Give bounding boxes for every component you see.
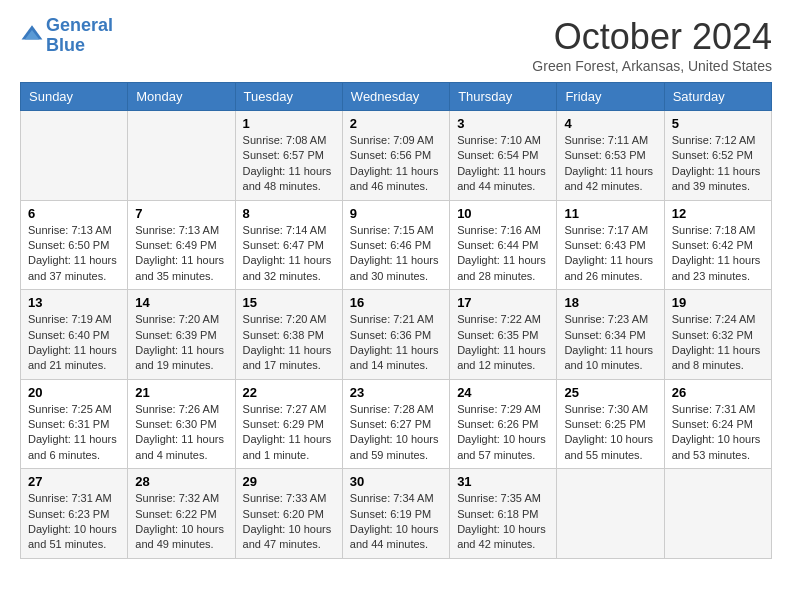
calendar-body: 1Sunrise: 7:08 AM Sunset: 6:57 PM Daylig… xyxy=(21,111,772,559)
calendar-cell: 16Sunrise: 7:21 AM Sunset: 6:36 PM Dayli… xyxy=(342,290,449,380)
day-number: 12 xyxy=(672,206,764,221)
day-info: Sunrise: 7:20 AM Sunset: 6:38 PM Dayligh… xyxy=(243,312,335,374)
day-info: Sunrise: 7:13 AM Sunset: 6:49 PM Dayligh… xyxy=(135,223,227,285)
day-number: 23 xyxy=(350,385,442,400)
day-number: 9 xyxy=(350,206,442,221)
week-row-1: 1Sunrise: 7:08 AM Sunset: 6:57 PM Daylig… xyxy=(21,111,772,201)
calendar-cell xyxy=(128,111,235,201)
calendar-cell: 29Sunrise: 7:33 AM Sunset: 6:20 PM Dayli… xyxy=(235,469,342,559)
day-info: Sunrise: 7:14 AM Sunset: 6:47 PM Dayligh… xyxy=(243,223,335,285)
day-info: Sunrise: 7:30 AM Sunset: 6:25 PM Dayligh… xyxy=(564,402,656,464)
calendar-cell: 28Sunrise: 7:32 AM Sunset: 6:22 PM Dayli… xyxy=(128,469,235,559)
calendar-cell: 23Sunrise: 7:28 AM Sunset: 6:27 PM Dayli… xyxy=(342,379,449,469)
logo-text-line1: General xyxy=(46,16,113,36)
day-number: 8 xyxy=(243,206,335,221)
day-number: 31 xyxy=(457,474,549,489)
calendar-cell xyxy=(557,469,664,559)
day-info: Sunrise: 7:23 AM Sunset: 6:34 PM Dayligh… xyxy=(564,312,656,374)
week-row-5: 27Sunrise: 7:31 AM Sunset: 6:23 PM Dayli… xyxy=(21,469,772,559)
day-number: 18 xyxy=(564,295,656,310)
day-info: Sunrise: 7:18 AM Sunset: 6:42 PM Dayligh… xyxy=(672,223,764,285)
day-number: 27 xyxy=(28,474,120,489)
logo-text-line2: Blue xyxy=(46,36,113,56)
day-number: 20 xyxy=(28,385,120,400)
logo: General Blue xyxy=(20,16,113,56)
day-number: 29 xyxy=(243,474,335,489)
day-info: Sunrise: 7:13 AM Sunset: 6:50 PM Dayligh… xyxy=(28,223,120,285)
header-day-tuesday: Tuesday xyxy=(235,83,342,111)
day-number: 25 xyxy=(564,385,656,400)
header-day-saturday: Saturday xyxy=(664,83,771,111)
day-number: 22 xyxy=(243,385,335,400)
day-number: 2 xyxy=(350,116,442,131)
week-row-4: 20Sunrise: 7:25 AM Sunset: 6:31 PM Dayli… xyxy=(21,379,772,469)
day-number: 16 xyxy=(350,295,442,310)
day-number: 7 xyxy=(135,206,227,221)
day-number: 13 xyxy=(28,295,120,310)
day-info: Sunrise: 7:34 AM Sunset: 6:19 PM Dayligh… xyxy=(350,491,442,553)
calendar-cell: 1Sunrise: 7:08 AM Sunset: 6:57 PM Daylig… xyxy=(235,111,342,201)
header-day-thursday: Thursday xyxy=(450,83,557,111)
day-number: 17 xyxy=(457,295,549,310)
calendar-cell: 8Sunrise: 7:14 AM Sunset: 6:47 PM Daylig… xyxy=(235,200,342,290)
calendar-cell: 26Sunrise: 7:31 AM Sunset: 6:24 PM Dayli… xyxy=(664,379,771,469)
day-number: 19 xyxy=(672,295,764,310)
day-info: Sunrise: 7:29 AM Sunset: 6:26 PM Dayligh… xyxy=(457,402,549,464)
calendar-cell: 17Sunrise: 7:22 AM Sunset: 6:35 PM Dayli… xyxy=(450,290,557,380)
calendar-cell: 15Sunrise: 7:20 AM Sunset: 6:38 PM Dayli… xyxy=(235,290,342,380)
day-info: Sunrise: 7:32 AM Sunset: 6:22 PM Dayligh… xyxy=(135,491,227,553)
calendar-cell: 24Sunrise: 7:29 AM Sunset: 6:26 PM Dayli… xyxy=(450,379,557,469)
calendar-cell: 13Sunrise: 7:19 AM Sunset: 6:40 PM Dayli… xyxy=(21,290,128,380)
day-info: Sunrise: 7:31 AM Sunset: 6:24 PM Dayligh… xyxy=(672,402,764,464)
calendar-cell: 10Sunrise: 7:16 AM Sunset: 6:44 PM Dayli… xyxy=(450,200,557,290)
calendar-cell: 14Sunrise: 7:20 AM Sunset: 6:39 PM Dayli… xyxy=(128,290,235,380)
day-number: 1 xyxy=(243,116,335,131)
day-info: Sunrise: 7:24 AM Sunset: 6:32 PM Dayligh… xyxy=(672,312,764,374)
calendar-cell: 25Sunrise: 7:30 AM Sunset: 6:25 PM Dayli… xyxy=(557,379,664,469)
calendar-cell xyxy=(21,111,128,201)
header-day-monday: Monday xyxy=(128,83,235,111)
day-number: 30 xyxy=(350,474,442,489)
day-number: 4 xyxy=(564,116,656,131)
calendar-cell: 18Sunrise: 7:23 AM Sunset: 6:34 PM Dayli… xyxy=(557,290,664,380)
page-header: General Blue October 2024 Green Forest, … xyxy=(20,16,772,74)
calendar-cell: 19Sunrise: 7:24 AM Sunset: 6:32 PM Dayli… xyxy=(664,290,771,380)
day-number: 5 xyxy=(672,116,764,131)
day-info: Sunrise: 7:21 AM Sunset: 6:36 PM Dayligh… xyxy=(350,312,442,374)
day-number: 15 xyxy=(243,295,335,310)
month-title: October 2024 xyxy=(532,16,772,58)
calendar-cell: 31Sunrise: 7:35 AM Sunset: 6:18 PM Dayli… xyxy=(450,469,557,559)
day-info: Sunrise: 7:09 AM Sunset: 6:56 PM Dayligh… xyxy=(350,133,442,195)
calendar-cell: 11Sunrise: 7:17 AM Sunset: 6:43 PM Dayli… xyxy=(557,200,664,290)
day-number: 21 xyxy=(135,385,227,400)
calendar-cell: 27Sunrise: 7:31 AM Sunset: 6:23 PM Dayli… xyxy=(21,469,128,559)
logo-icon xyxy=(20,22,44,46)
day-info: Sunrise: 7:08 AM Sunset: 6:57 PM Dayligh… xyxy=(243,133,335,195)
week-row-2: 6Sunrise: 7:13 AM Sunset: 6:50 PM Daylig… xyxy=(21,200,772,290)
day-number: 14 xyxy=(135,295,227,310)
calendar-cell: 6Sunrise: 7:13 AM Sunset: 6:50 PM Daylig… xyxy=(21,200,128,290)
day-number: 10 xyxy=(457,206,549,221)
calendar-cell: 20Sunrise: 7:25 AM Sunset: 6:31 PM Dayli… xyxy=(21,379,128,469)
day-info: Sunrise: 7:28 AM Sunset: 6:27 PM Dayligh… xyxy=(350,402,442,464)
day-info: Sunrise: 7:27 AM Sunset: 6:29 PM Dayligh… xyxy=(243,402,335,464)
day-info: Sunrise: 7:17 AM Sunset: 6:43 PM Dayligh… xyxy=(564,223,656,285)
day-info: Sunrise: 7:31 AM Sunset: 6:23 PM Dayligh… xyxy=(28,491,120,553)
week-row-3: 13Sunrise: 7:19 AM Sunset: 6:40 PM Dayli… xyxy=(21,290,772,380)
day-info: Sunrise: 7:16 AM Sunset: 6:44 PM Dayligh… xyxy=(457,223,549,285)
day-number: 28 xyxy=(135,474,227,489)
day-info: Sunrise: 7:12 AM Sunset: 6:52 PM Dayligh… xyxy=(672,133,764,195)
title-block: October 2024 Green Forest, Arkansas, Uni… xyxy=(532,16,772,74)
calendar-cell: 3Sunrise: 7:10 AM Sunset: 6:54 PM Daylig… xyxy=(450,111,557,201)
calendar-cell xyxy=(664,469,771,559)
header-day-wednesday: Wednesday xyxy=(342,83,449,111)
day-info: Sunrise: 7:25 AM Sunset: 6:31 PM Dayligh… xyxy=(28,402,120,464)
day-info: Sunrise: 7:33 AM Sunset: 6:20 PM Dayligh… xyxy=(243,491,335,553)
day-number: 24 xyxy=(457,385,549,400)
day-info: Sunrise: 7:26 AM Sunset: 6:30 PM Dayligh… xyxy=(135,402,227,464)
header-row: SundayMondayTuesdayWednesdayThursdayFrid… xyxy=(21,83,772,111)
calendar-cell: 5Sunrise: 7:12 AM Sunset: 6:52 PM Daylig… xyxy=(664,111,771,201)
calendar-cell: 30Sunrise: 7:34 AM Sunset: 6:19 PM Dayli… xyxy=(342,469,449,559)
calendar-cell: 7Sunrise: 7:13 AM Sunset: 6:49 PM Daylig… xyxy=(128,200,235,290)
calendar-cell: 12Sunrise: 7:18 AM Sunset: 6:42 PM Dayli… xyxy=(664,200,771,290)
